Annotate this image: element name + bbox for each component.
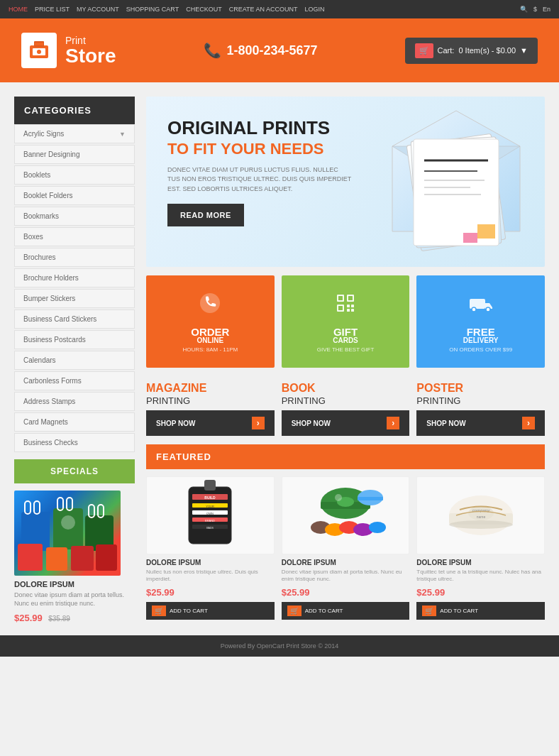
magazine-shop-now[interactable]: SHOP NOW › — [146, 410, 275, 436]
logo-area[interactable]: Print Store — [21, 33, 116, 68]
cat-business-card-stickers[interactable]: Business Card Stickers — [14, 309, 135, 329]
cat-brochure-holders[interactable]: Brochure Holders — [14, 268, 135, 287]
svg-rect-31 — [200, 293, 220, 313]
cat-card-magnets[interactable]: Card Magnets — [14, 412, 135, 432]
sidebar: CATEGORIES Acrylic Signs ▼ Banner Design… — [14, 97, 135, 624]
product-name-2: DOLORE IPSUM — [282, 559, 410, 566]
cat-business-checks[interactable]: Business Checks — [14, 433, 135, 452]
delivery-title: FREE — [467, 327, 495, 337]
nav-shoppingcart[interactable]: SHOPPING CART — [126, 6, 179, 13]
book-arrow-icon: › — [387, 417, 399, 429]
svg-text:BRAND: BRAND — [205, 519, 215, 522]
svg-text:OWN: OWN — [206, 512, 214, 515]
delivery-subtitle: DELIVERY — [463, 337, 499, 344]
cat-banner-designing[interactable]: Banner Designing — [14, 145, 135, 164]
sidebar-product-price: $25.99 — [14, 613, 43, 623]
cat-boxes[interactable]: Boxes — [14, 227, 135, 246]
product-price-1: $25.99 — [146, 587, 275, 598]
cart-button[interactable]: 🛒 Cart: 0 Item(s) - $0.00 ▼ — [405, 38, 538, 64]
svg-rect-37 — [338, 306, 343, 310]
add-to-cart-1[interactable]: 🛒 ADD TO CART — [146, 602, 275, 620]
nav-pricelist[interactable]: PRICE LIST — [35, 6, 70, 13]
top-bar-right: 🔍 $ En — [520, 6, 550, 13]
magazine-word: PRINTING — [146, 395, 190, 406]
footer: Powered By OpenCart Print Store © 2014 — [0, 635, 559, 657]
featured-products: BUILD YOUR OWN BRAND BAGS DOLORE IPSUM N… — [146, 476, 545, 620]
magazine-type: MAGAZINE — [146, 382, 206, 394]
cat-carbonless-forms[interactable]: Carbonless Forms — [14, 371, 135, 390]
product-price-2: $25.99 — [282, 587, 410, 598]
print-sections: MAGAZINE PRINTING SHOP NOW › BOOK PRINTI… — [146, 376, 545, 436]
cat-booklets[interactable]: Booklets — [14, 165, 135, 185]
cat-bumper-stickers[interactable]: Bumper Stickers — [14, 289, 135, 308]
svg-rect-30 — [463, 233, 477, 243]
poster-shop-now[interactable]: SHOP NOW › — [416, 410, 545, 436]
nav-createaccount[interactable]: CREATE AN ACCOUNT — [229, 6, 298, 13]
svg-rect-16 — [46, 547, 67, 571]
svg-rect-38 — [347, 305, 350, 307]
nav-login[interactable]: LOGIN — [305, 6, 325, 13]
svg-point-71 — [449, 520, 513, 529]
nav-home[interactable]: HOME — [9, 6, 28, 13]
cat-booklet-folders[interactable]: Booklet Folders — [14, 186, 135, 205]
svg-text:name: name — [476, 515, 485, 519]
specials-button[interactable]: SPECIALS — [14, 459, 135, 483]
product-name-3: DOLORE IPSUM — [416, 559, 545, 566]
book-type: BOOK — [282, 382, 316, 394]
svg-rect-62 — [358, 497, 383, 500]
nav-checkout[interactable]: CHECKOUT — [186, 6, 222, 13]
book-printing-section: BOOK PRINTING SHOP NOW › — [282, 376, 410, 436]
product-name-1: DOLORE IPSUM — [146, 559, 275, 566]
poster-printing-section: POSTER PRINTING SHOP NOW › — [416, 376, 545, 436]
svg-text:BUILD: BUILD — [205, 495, 216, 500]
svg-point-44 — [486, 307, 490, 312]
qr-feature-icon — [333, 290, 358, 321]
sidebar-product: DOLORE IPSUM Donec vitae ipsum diam at p… — [14, 491, 135, 624]
cart-icon-1: 🛒 — [152, 606, 166, 616]
product-image-1: BUILD YOUR OWN BRAND BAGS — [146, 476, 275, 554]
top-nav[interactable]: HOME PRICE LIST MY ACCOUNT SHOPPING CART… — [9, 6, 325, 13]
cart-chevron: ▼ — [520, 46, 528, 55]
cat-address-stamps[interactable]: Address Stamps — [14, 392, 135, 411]
add-to-cart-3[interactable]: 🛒 ADD TO CART — [416, 602, 545, 620]
cat-brochures[interactable]: Brochures — [14, 248, 135, 267]
poster-header: POSTER PRINTING — [416, 376, 545, 410]
phone-area: 📞 1-800-234-5677 — [204, 42, 318, 59]
product-card-2: DOLORE IPSUM Donec vitae ipsum diam at p… — [282, 476, 410, 620]
read-more-button[interactable]: READ MORE — [167, 204, 244, 226]
cat-acrylic-signs[interactable]: Acrylic Signs ▼ — [14, 124, 135, 143]
poster-arrow-icon: › — [522, 417, 535, 429]
hero-subtitle: TO FIT YOUR NEEDS — [167, 140, 524, 158]
feature-free-delivery[interactable]: FREE DELIVERY ON ORDERS OVER $99 — [416, 275, 545, 368]
search-icon[interactable]: 🔍 — [520, 6, 528, 13]
feature-gift-cards[interactable]: GIFT CARDS GIVE THE BEST GIFT — [282, 275, 410, 368]
cat-bookmarks[interactable]: Bookmarks — [14, 207, 135, 226]
hero-desc: DONEC VITAE DIAM UT PURUS LUCTUS FLIUS. … — [167, 165, 352, 195]
product-desc-1: Nullec tus non eros tristique ultrec. Du… — [146, 569, 275, 584]
main-content: CATEGORIES Acrylic Signs ▼ Banner Design… — [0, 82, 559, 624]
cat-business-postcards[interactable]: Business Postcards — [14, 330, 135, 349]
product-price-3: $25.99 — [416, 587, 545, 598]
feature-order-online[interactable]: ORDER ONLINE HOURS: 8AM - 11PM — [146, 275, 275, 368]
sidebar-product-desc: Donec vitae ipsum diam at porta tellus. … — [14, 591, 135, 608]
svg-rect-42 — [470, 299, 485, 309]
gift-title: GIFT — [333, 327, 358, 337]
svg-rect-35 — [348, 296, 353, 300]
svg-rect-33 — [338, 296, 343, 300]
logo-text: Print Store — [65, 35, 116, 66]
svg-point-43 — [472, 307, 476, 312]
right-content: ORIGINAL PRINTS TO FIT YOUR NEEDS DONEC … — [135, 97, 545, 624]
svg-rect-17 — [71, 546, 94, 571]
book-word: PRINTING — [282, 395, 326, 406]
feature-boxes: ORDER ONLINE HOURS: 8AM - 11PM — [146, 275, 545, 368]
svg-point-67 — [369, 522, 386, 533]
svg-point-11 — [61, 515, 75, 530]
cat-calendars[interactable]: Calendars — [14, 351, 135, 370]
featured-header: FEATURED — [146, 444, 545, 469]
truck-feature-icon — [468, 290, 494, 321]
book-shop-now[interactable]: SHOP NOW › — [282, 410, 410, 436]
add-to-cart-2[interactable]: 🛒 ADD TO CART — [282, 602, 410, 620]
nav-myaccount[interactable]: MY ACCOUNT — [77, 6, 119, 13]
cart-items: 0 Item(s) - $0.00 — [458, 46, 516, 55]
language-selector[interactable]: En — [543, 6, 550, 13]
